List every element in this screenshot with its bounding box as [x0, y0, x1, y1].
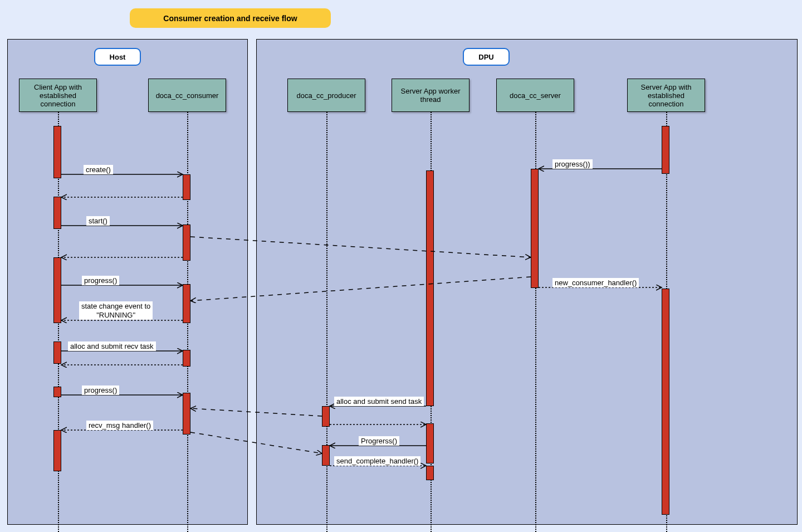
diagram-page: Consumer creation and receive flow Host …	[0, 0, 802, 532]
host-panel: Host Client App with established connect…	[7, 39, 248, 525]
activation-consumer-5	[183, 393, 190, 435]
msg-state-change-text: state change event to "RUNNING"	[81, 302, 150, 319]
lifeline-producer	[326, 112, 327, 532]
activation-consumer-2	[183, 224, 190, 261]
activation-client-2	[53, 197, 61, 229]
participant-consumer: doca_cc_consumer	[148, 79, 226, 112]
msg-recv-handler: recv_msg handler()	[86, 421, 153, 430]
activation-client-1	[53, 126, 61, 178]
msg-progress-client2: progress()	[82, 385, 119, 395]
activation-client-3	[53, 257, 61, 323]
activation-producer-1	[322, 406, 330, 427]
dpu-panel: DPU doca_cc_producer Server App worker t…	[256, 39, 798, 525]
msg-send-complete: send_complete_handler()	[334, 456, 420, 466]
msg-alloc-send: alloc and submit send task	[334, 397, 424, 406]
msg-progress-worker: Progrerss()	[359, 436, 399, 446]
participant-serverapp: Server App with established connection	[627, 79, 705, 112]
activation-serverapp-1	[662, 126, 669, 174]
msg-start: start()	[86, 216, 110, 226]
host-group-label: Host	[94, 48, 141, 66]
activation-client-6	[53, 430, 61, 471]
participant-producer: doca_cc_producer	[287, 79, 365, 112]
msg-create: create()	[84, 165, 113, 174]
activation-worker-3	[426, 466, 434, 480]
activation-consumer-1	[183, 174, 190, 200]
activation-worker-1	[426, 170, 434, 406]
msg-new-consumer: new_consumer_handler()	[552, 278, 639, 287]
activation-server	[531, 169, 539, 288]
activation-producer-2	[322, 445, 330, 466]
msg-progress-server: progress())	[552, 159, 593, 169]
msg-progress-client: progress()	[82, 276, 119, 285]
participant-worker: Server App worker thread	[392, 79, 470, 112]
participant-server: doca_cc_server	[496, 79, 574, 112]
activation-consumer-4	[183, 350, 190, 367]
participant-client: Client App with established connection	[19, 79, 97, 112]
activation-client-5	[53, 387, 61, 397]
dpu-group-label: DPU	[463, 48, 510, 66]
msg-state-change: state change event to "RUNNING"	[79, 301, 153, 320]
diagram-title: Consumer creation and receive flow	[130, 8, 331, 28]
activation-worker-2	[426, 423, 434, 463]
activation-client-4	[53, 341, 61, 364]
activation-serverapp-2	[662, 289, 669, 515]
msg-alloc-recv: alloc and submit recv task	[68, 341, 156, 351]
activation-consumer-3	[183, 284, 190, 323]
